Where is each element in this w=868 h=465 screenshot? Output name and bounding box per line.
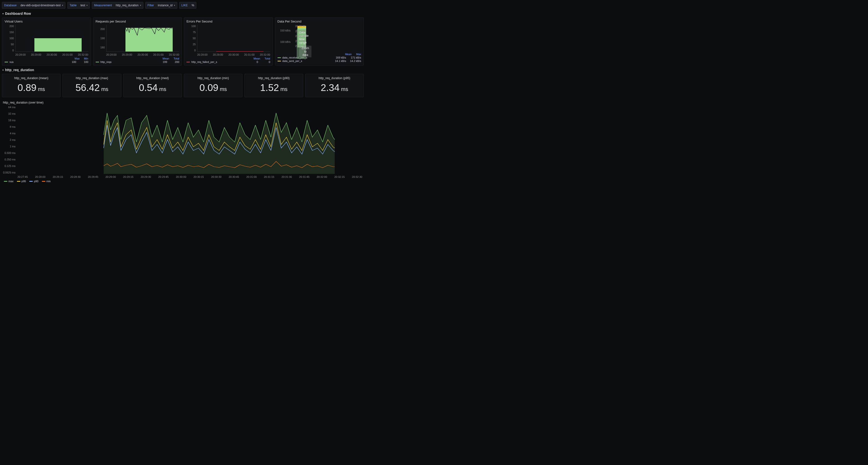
legend-swatch-icon <box>17 181 20 182</box>
legend-swatch-icon <box>186 62 190 62</box>
row-header-http-req-duration[interactable]: http_req_duration <box>2 68 364 72</box>
stats-header: MeanTotal <box>186 57 270 60</box>
stat-panel-p95[interactable]: http_req_duration (p95) 2.34ms <box>305 74 364 97</box>
panel-virtual-users[interactable]: Virtual Users 200150100500 20:28:0020:29… <box>2 18 91 66</box>
stat-title: http_req_duration (p95) <box>307 76 362 80</box>
panel-requests-per-second[interactable]: Requests per Second 200190180 20:28:0020… <box>93 18 182 66</box>
stat-panel-min[interactable]: http_req_duration (min) 0.09ms <box>184 74 242 97</box>
legend-item-min[interactable]: min <box>42 180 51 182</box>
legend-item[interactable]: data_received_per_s 169 kB/s 171 kB/s <box>278 56 361 59</box>
stat-value: 0.09ms <box>199 82 227 93</box>
legend-swatch-icon <box>5 62 8 62</box>
panel-http-req-duration-overtime[interactable]: http_req_duration (over time) 64 ms32 ms… <box>2 100 364 184</box>
legend-swatch-icon <box>42 181 45 182</box>
legend-name: max <box>8 180 13 182</box>
panel-title: http_req_duration (over time) <box>3 101 364 104</box>
y-axis: 200150100500 <box>5 25 15 52</box>
legend-name: data_sent_per_s <box>282 60 331 62</box>
legend-item[interactable]: vus 100 100 <box>5 61 88 63</box>
legend-name: p95 <box>22 180 26 182</box>
var-table[interactable]: Table test <box>67 2 90 9</box>
legend-swatch-icon <box>29 181 33 182</box>
var-database[interactable]: Database dev-xk6-output-timestream-test <box>2 2 65 9</box>
stats-header: MaxMin <box>5 57 88 60</box>
legend-value: 171 kB/s <box>347 56 361 59</box>
legend-name: min <box>46 180 51 182</box>
panel-title: Data Per Second <box>278 20 361 23</box>
legend-name: vus <box>9 61 64 63</box>
legend-item[interactable]: http_reqs 199 200 <box>96 61 180 63</box>
var-label: Table <box>68 4 79 7</box>
legend-value: 169 kB/s <box>333 56 346 59</box>
legend-swatch-icon <box>278 57 281 58</box>
panel-data-per-second[interactable]: Data Per Second 150 kB/s100 kB/s Data ou… <box>275 18 364 66</box>
legend-item-max[interactable]: max <box>4 180 13 182</box>
chart: 64 ms32 ms16 ms8 ms4 ms2 ms1 ms0.500 ms0… <box>2 106 364 178</box>
x-axis: 20:28:0020:29:0020:30:0020:31:0020:32:00 <box>15 53 88 56</box>
var-like[interactable]: LIKE % <box>179 2 196 9</box>
chart: 200150100500 20:28:0020:29:0020:30:0020:… <box>5 25 88 56</box>
x-axis: 20:28:0020:29:0020:30:0020:31:0020:32:00 <box>292 25 307 47</box>
var-measurement[interactable]: Measurement http_req_duration <box>92 2 143 9</box>
stat-panel-p90[interactable]: http_req_duration (p90) 1.52ms <box>244 74 303 97</box>
stat-panel-mean[interactable]: http_req_duration (mean) 0.89ms <box>2 74 61 97</box>
legend-value: 14.1 kB/s <box>333 60 346 62</box>
variable-bar: Database dev-xk6-output-timestream-test … <box>2 2 364 9</box>
var-label: Database <box>2 4 19 7</box>
row-header-dashboard[interactable]: Dashboard Row <box>2 11 364 15</box>
var-value: http_req_duration <box>114 4 143 7</box>
y-axis: 150 kB/s100 kB/s <box>278 25 291 47</box>
panel-title: Requests per Second <box>96 20 180 23</box>
var-label: LIKE <box>180 4 190 7</box>
var-label: Filter <box>146 4 156 7</box>
stat-title: http_req_duration (p90) <box>246 76 301 80</box>
stat-title: http_req_duration (max) <box>64 76 119 80</box>
legend-value: 0 <box>259 61 270 63</box>
row-title: Dashboard Row <box>5 11 31 15</box>
legend-item[interactable]: data_sent_per_s 14.1 kB/s 14.2 kB/s <box>278 60 361 62</box>
legend: max p95 p90 min <box>4 180 364 182</box>
legend-value: 200 <box>168 61 179 63</box>
plot-area <box>197 25 270 52</box>
legend-value: 100 <box>66 61 76 63</box>
var-filter[interactable]: Filter instance_id <box>145 2 177 9</box>
panel-title: Errors Per Second <box>186 20 270 23</box>
x-axis: 20:28:0020:29:0020:30:0020:31:0020:32:00 <box>197 53 270 56</box>
panel-errors-per-second[interactable]: Errors Per Second 1007550250 20:28:0020:… <box>184 18 273 66</box>
legend-swatch-icon <box>4 181 7 182</box>
legend-name: p90 <box>34 180 38 182</box>
row-dashboard-panels: Virtual Users 200150100500 20:28:0020:29… <box>2 18 364 66</box>
stats-header: MeanTotal <box>96 57 180 60</box>
stat-title: http_req_duration (mean) <box>4 76 59 80</box>
legend-item-p90[interactable]: p90 <box>29 180 38 182</box>
legend-swatch-icon <box>278 61 281 62</box>
legend-value: 199 <box>156 61 167 63</box>
legend-name: http_req_failed_per_s <box>191 61 246 63</box>
stat-value: 2.34ms <box>321 82 348 93</box>
series-max-fill <box>104 113 335 174</box>
series-line <box>216 51 264 52</box>
stat-panel-med[interactable]: http_req_duration (med) 0.54ms <box>123 74 182 97</box>
stat-value: 56.42ms <box>75 82 108 93</box>
legend-value: 0 <box>248 61 258 63</box>
stat-panel-max[interactable]: http_req_duration (max) 56.42ms <box>62 74 121 97</box>
plot-area <box>18 106 362 174</box>
chart: 1007550250 20:28:0020:29:0020:30:0020:31… <box>186 25 270 56</box>
legend-item-p95[interactable]: p95 <box>17 180 26 182</box>
y-axis: 1007550250 <box>186 25 197 52</box>
x-axis: 20:27:4520:28:0020:28:1520:28:3020:28:45… <box>18 175 362 178</box>
legend-value: 14.2 kB/s <box>347 60 361 62</box>
stats-header: MeanMax <box>278 53 361 56</box>
var-value: test <box>79 4 90 7</box>
chart: 200190180 20:28:0020:29:0020:30:0020:31:… <box>96 25 180 56</box>
stat-title: http_req_duration (med) <box>125 76 180 80</box>
plot-area <box>106 25 180 52</box>
legend-value: 100 <box>78 61 88 63</box>
var-value: % <box>190 4 196 7</box>
series-fill <box>34 38 82 52</box>
x-axis: 20:28:0020:29:0020:30:0020:31:0020:32:00 <box>106 53 180 56</box>
stat-value: 0.89ms <box>18 82 45 93</box>
stat-value: 0.54ms <box>139 82 166 93</box>
var-value: dev-xk6-output-timestream-test <box>19 4 65 7</box>
legend-item[interactable]: http_req_failed_per_s 0 0 <box>186 61 270 63</box>
